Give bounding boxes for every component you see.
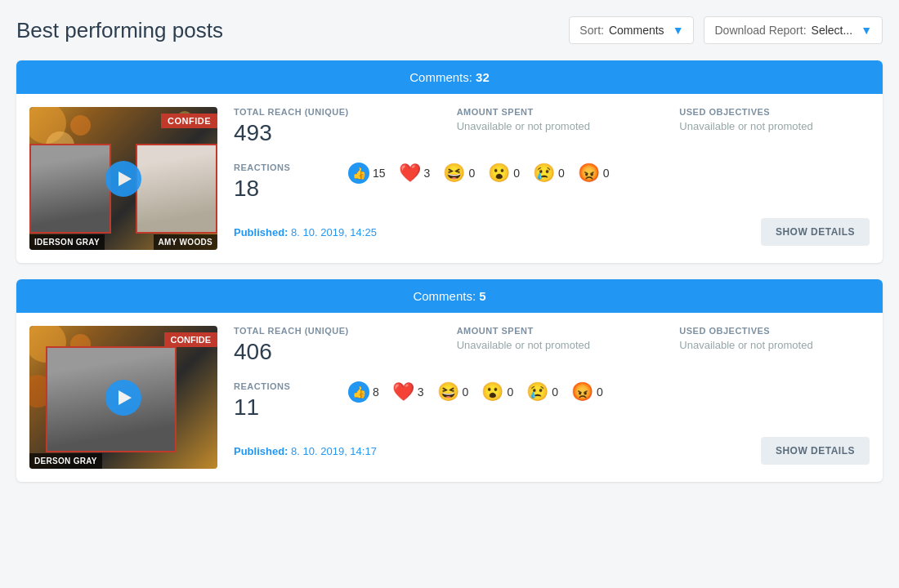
post-card-1: Comments: 32 CONFIDE IDERSON GRAY AMY [16,60,883,263]
love-count-2: 3 [418,385,424,399]
sad-count-2: 0 [552,385,558,399]
wow-count-2: 0 [507,385,513,399]
reaction-sad-1: 😢 0 [533,164,565,182]
amount-spent-label-1: AMOUNT SPENT [457,107,647,117]
show-details-button-1[interactable]: SHOW DETAILS [761,218,870,246]
love-icon-1: ❤️ [399,164,421,182]
comments-count-2: 5 [479,289,485,303]
wow-icon-2: 😮 [481,383,503,401]
reaction-angry-1: 😡 0 [578,164,610,182]
reaction-love-2: ❤️ 3 [392,383,424,401]
post-content-2: CONFIDE DERSON GRAY TOTAL REACH (UNIQUE)… [16,313,883,482]
like-count-1: 15 [373,167,386,180]
comments-header-2: Comments: 5 [16,279,883,313]
reaction-haha-2: 😆 0 [437,383,469,401]
reactions-label-1: REACTIONS [234,163,315,172]
comments-label-1: Comments: [409,70,472,84]
comments-header-1: Comments: 32 [16,60,883,94]
angry-icon-1: 😡 [578,164,600,182]
header-controls: Sort: Comments ▼ Download Report: Select… [569,16,883,44]
reactions-label-2: REACTIONS [234,381,315,391]
angry-count-1: 0 [603,167,610,180]
amount-spent-value-2: Unavailable or not promoted [457,339,647,351]
sad-icon-2: 😢 [526,383,548,401]
post-content-1: CONFIDE IDERSON GRAY AMY WOODS TOTAL REA… [16,94,883,263]
post-details-1: TOTAL REACH (UNIQUE) 493 AMOUNT SPENT Un… [234,107,870,250]
post-card-2: Comments: 5 CONFIDE DERSON GRAY [16,279,883,482]
amount-spent-value-1: Unavailable or not promoted [457,120,647,132]
reaction-haha-1: 😆 0 [443,164,475,182]
post-thumbnail-2: CONFIDE DERSON GRAY [29,326,217,469]
love-icon-2: ❤️ [392,383,414,401]
wow-icon-1: 😮 [488,164,510,182]
post-footer-1: Published: 8. 10. 2019, 14:25 SHOW DETAI… [234,218,870,246]
play-button-2[interactable] [105,380,141,416]
wow-count-1: 0 [513,167,520,180]
published-date-value-1: 8. 10. 2019, 14:25 [291,226,377,238]
total-reach-value-1: 493 [234,120,424,146]
reactions-block-2: REACTIONS 11 [234,381,315,421]
like-count-2: 8 [373,385,379,399]
reaction-wow-1: 😮 0 [488,164,520,182]
page-header: Best performing posts Sort: Comments ▼ D… [16,16,883,44]
total-reach-block-2: TOTAL REACH (UNIQUE) 406 [234,326,424,365]
page-title: Best performing posts [16,18,223,43]
total-reach-label-2: TOTAL REACH (UNIQUE) [234,326,424,336]
haha-icon-2: 😆 [437,383,459,401]
total-reach-value-2: 406 [234,339,424,365]
angry-count-2: 0 [597,385,603,399]
used-objectives-block-2: USED OBJECTIVES Unavailable or not promo… [679,326,870,365]
name-bar-1: IDERSON GRAY AMY WOODS [29,234,217,250]
used-objectives-block-1: USED OBJECTIVES Unavailable or not promo… [679,107,870,146]
stats-row-2: TOTAL REACH (UNIQUE) 406 AMOUNT SPENT Un… [234,326,870,365]
sort-chevron-icon: ▼ [673,24,684,37]
show-details-button-2[interactable]: SHOW DETAILS [761,437,870,465]
name-left-1: IDERSON GRAY [29,234,105,250]
comments-count-1: 32 [476,70,490,84]
published-label-2: Published: [234,445,288,457]
reaction-like-1: 👍 15 [348,163,386,184]
total-reach-label-1: TOTAL REACH (UNIQUE) [234,107,424,117]
published-date-value-2: 8. 10. 2019, 14:17 [291,445,377,457]
reactions-value-2: 11 [234,394,315,421]
sort-value: Comments [609,24,664,37]
name-right-1: AMY WOODS [154,234,217,250]
post-footer-2: Published: 8. 10. 2019, 14:17 SHOW DETAI… [234,437,870,465]
haha-count-2: 0 [463,385,469,399]
download-chevron-icon: ▼ [861,24,872,37]
sad-count-1: 0 [558,167,565,180]
haha-count-1: 0 [468,167,475,180]
download-dropdown[interactable]: Download Report: Select... ▼ [704,16,883,44]
reactions-list-2: 👍 8 ❤️ 3 😆 0 😮 0 [348,381,603,403]
published-date-2: Published: 8. 10. 2019, 14:17 [234,445,377,457]
comments-label-2: Comments: [413,289,476,303]
haha-icon-1: 😆 [443,164,465,182]
reaction-like-2: 👍 8 [348,381,379,403]
download-label: Download Report: [714,24,806,37]
published-date-1: Published: 8. 10. 2019, 14:25 [234,226,377,238]
play-button-1[interactable] [105,161,141,197]
stats-row-1: TOTAL REACH (UNIQUE) 493 AMOUNT SPENT Un… [234,107,870,146]
name-bar-2: DERSON GRAY [29,453,217,469]
confide-badge-1: CONFIDE [161,114,217,128]
amount-spent-block-2: AMOUNT SPENT Unavailable or not promoted [457,326,647,365]
reactions-list-1: 👍 15 ❤️ 3 😆 0 😮 0 [348,163,610,184]
published-label-1: Published: [234,226,288,238]
post-details-2: TOTAL REACH (UNIQUE) 406 AMOUNT SPENT Un… [234,326,870,469]
amount-spent-block-1: AMOUNT SPENT Unavailable or not promoted [457,107,647,146]
reaction-love-1: ❤️ 3 [399,164,431,182]
total-reach-block-1: TOTAL REACH (UNIQUE) 493 [234,107,424,146]
download-value: Select... [812,24,853,37]
reactions-block-1: REACTIONS 18 [234,163,315,202]
used-objectives-value-1: Unavailable or not promoted [679,120,870,132]
used-objectives-value-2: Unavailable or not promoted [679,339,870,351]
amount-spent-label-2: AMOUNT SPENT [457,326,647,336]
like-icon-2: 👍 [348,381,369,403]
reaction-wow-2: 😮 0 [481,383,513,401]
reactions-value-1: 18 [234,176,315,202]
sort-dropdown[interactable]: Sort: Comments ▼ [569,16,694,44]
sort-label: Sort: [579,24,604,37]
name-left-2: DERSON GRAY [29,453,102,469]
angry-icon-2: 😡 [571,383,593,401]
sad-icon-1: 😢 [533,164,555,182]
